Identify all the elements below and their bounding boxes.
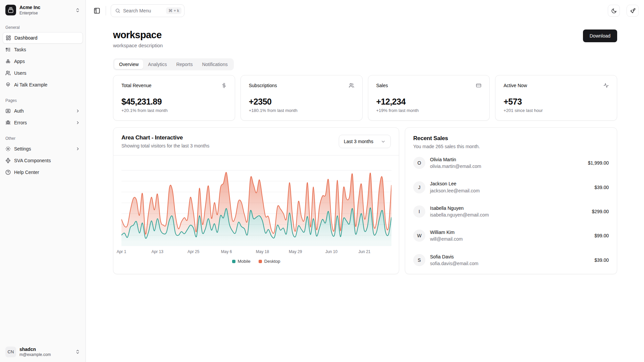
sidebar-section-general: General xyxy=(3,22,83,32)
stat-value: $45,231.89 xyxy=(121,97,227,107)
stat-value: +573 xyxy=(503,97,609,107)
sale-row: S Sofia Davis sofia.davis@email.com $39.… xyxy=(413,254,609,266)
sidebar-item-label: Apps xyxy=(14,59,25,64)
org-name: Acme Inc xyxy=(19,5,72,11)
sidebar-toggle-button[interactable] xyxy=(92,5,102,16)
search-placeholder: Search Menu xyxy=(123,8,163,13)
x-tick-label: May 29 xyxy=(289,249,302,254)
sale-name: Isabella Nguyen xyxy=(430,205,489,211)
time-range-select[interactable]: Last 3 months xyxy=(339,135,391,148)
search-input[interactable]: Search Menu ⌘ + k xyxy=(111,4,184,17)
page-title: workspace xyxy=(113,29,163,41)
tab-overview[interactable]: Overview xyxy=(114,60,143,69)
org-plan: Enterprise xyxy=(19,11,72,16)
user-name: shadcn xyxy=(19,347,72,353)
sidebar-item-label: SVA Components xyxy=(14,158,51,163)
user-email: m@example.com xyxy=(19,352,72,357)
user-menu[interactable]: CN shadcn m@example.com xyxy=(3,345,83,360)
org-switcher[interactable]: Acme Inc Enterprise xyxy=(3,3,83,18)
theme-customizer-button[interactable] xyxy=(627,5,639,17)
dark-mode-button[interactable] xyxy=(608,5,620,17)
sale-name: William Kim xyxy=(430,229,463,235)
tab-list: Overview Analytics Reports Notifications xyxy=(113,58,234,70)
stat-change: +180.1% from last month xyxy=(249,108,354,113)
sidebar-item-label: Errors xyxy=(14,120,27,125)
sidebar-item-sva-components[interactable]: SVA Components xyxy=(3,155,83,166)
sidebar-item-label: Help Center xyxy=(14,170,39,175)
recent-sales-subtitle: You made 265 sales this month. xyxy=(413,144,609,149)
chevron-down-icon xyxy=(381,139,386,144)
sale-amount: $39.00 xyxy=(594,185,609,190)
podcast-icon xyxy=(5,82,11,87)
legend-label: Mobile xyxy=(238,259,251,264)
page-description: workspace description xyxy=(113,43,163,48)
users-icon xyxy=(5,70,11,76)
chevron-right-icon xyxy=(75,120,80,125)
download-button[interactable]: Download xyxy=(583,29,617,42)
users-icon xyxy=(349,83,354,88)
sale-amount: $99.00 xyxy=(594,233,609,238)
tab-reports[interactable]: Reports xyxy=(171,60,197,69)
x-tick-label: Jun 21 xyxy=(358,249,370,254)
stat-value: +2350 xyxy=(249,97,354,107)
stat-card-total-revenue: Total Revenue $45,231.89 +20.1% from las… xyxy=(113,75,235,121)
sale-amount: $299.00 xyxy=(592,209,609,214)
component-icon xyxy=(5,158,11,163)
chevrons-up-down-icon xyxy=(75,349,80,354)
avatar: I xyxy=(413,205,425,218)
legend-label: Desktop xyxy=(264,259,280,264)
sale-row: O Olivia Martin olivia.martin@email.com … xyxy=(413,157,609,169)
avatar: S xyxy=(413,254,425,266)
x-tick-label: Jun 10 xyxy=(325,249,337,254)
sidebar-item-ai-talk-example[interactable]: Ai Talk Example xyxy=(3,79,83,90)
sidebar-item-auth[interactable]: Auth xyxy=(3,105,83,117)
search-icon xyxy=(115,8,120,13)
sidebar-item-settings[interactable]: Settings xyxy=(3,143,83,155)
sidebar: Acme Inc Enterprise General Dashboard Ta… xyxy=(0,0,86,362)
divider xyxy=(106,6,106,15)
chart-x-axis: Apr 1Apr 13Apr 25May 6May 18May 29Jun 10… xyxy=(121,249,391,255)
sale-row: J Jackson Lee jackson.lee@email.com $39.… xyxy=(413,181,609,193)
dollar-icon xyxy=(221,83,227,88)
recent-sales-title: Recent Sales xyxy=(413,135,609,142)
stat-title: Total Revenue xyxy=(121,83,152,88)
stat-card-active-now: Active Now +573 +201 since last hour xyxy=(495,75,617,121)
sidebar-item-apps[interactable]: Apps xyxy=(3,56,83,67)
x-tick-label: Apr 13 xyxy=(152,249,163,254)
sale-name: Olivia Martin xyxy=(430,157,481,163)
time-range-value: Last 3 months xyxy=(344,139,373,144)
sale-email: sofia.davis@email.com xyxy=(430,260,478,266)
gear-icon xyxy=(5,146,11,152)
sidebar-item-label: Auth xyxy=(14,108,24,114)
chevron-right-icon xyxy=(75,109,80,113)
area-chart-plot[interactable] xyxy=(121,160,391,246)
sale-email: isabella.nguyen@email.com xyxy=(430,212,489,218)
x-tick-label: May 18 xyxy=(256,249,269,254)
x-tick-label: Apr 1 xyxy=(117,249,126,254)
sidebar-item-label: Ai Talk Example xyxy=(14,82,47,87)
chart-legend: Mobile Desktop xyxy=(121,259,391,264)
sidebar-item-help-center[interactable]: Help Center xyxy=(3,167,83,178)
stat-change: +19% from last month xyxy=(376,108,482,113)
chevron-right-icon xyxy=(75,146,80,151)
search-shortcut-kbd: ⌘ + k xyxy=(166,7,181,14)
sidebar-item-errors[interactable]: Errors xyxy=(3,117,83,128)
sidebar-item-tasks[interactable]: Tasks xyxy=(3,44,83,55)
sidebar-item-dashboard[interactable]: Dashboard xyxy=(3,32,83,44)
sale-row: W William Kim will@email.com $99.00 xyxy=(413,229,609,242)
area-chart-card: Area Chart - Interactive Showing total v… xyxy=(113,127,399,274)
stat-title: Active Now xyxy=(503,83,527,88)
paintbrush-icon xyxy=(630,8,636,14)
avatar: W xyxy=(413,230,425,242)
stat-card-sales: Sales +12,234 +19% from last month xyxy=(368,75,490,121)
tab-notifications[interactable]: Notifications xyxy=(197,60,232,69)
avatar: O xyxy=(413,157,425,169)
bug-icon xyxy=(5,120,11,125)
sale-email: olivia.martin@email.com xyxy=(430,163,481,169)
legend-item-mobile: Mobile xyxy=(232,259,251,264)
topbar: Search Menu ⌘ + k xyxy=(86,0,644,21)
moon-icon xyxy=(611,8,617,14)
sidebar-item-users[interactable]: Users xyxy=(3,67,83,79)
legend-item-desktop: Desktop xyxy=(259,259,280,264)
tab-analytics[interactable]: Analytics xyxy=(143,60,171,69)
